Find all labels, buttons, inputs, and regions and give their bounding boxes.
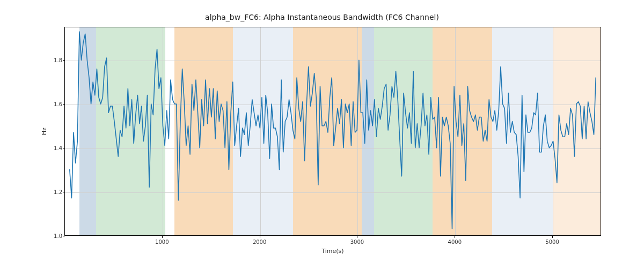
x-tick-label: 4000	[448, 239, 462, 245]
line-series	[65, 27, 601, 235]
y-tick-label: 1.4	[46, 145, 62, 151]
x-axis-label: Time(s)	[64, 248, 601, 255]
x-tick-label: 1000	[155, 239, 169, 245]
y-tick-label: 1.8	[46, 57, 62, 63]
x-tick-label: 3000	[350, 239, 364, 245]
x-tick-label: 5000	[545, 239, 559, 245]
x-tick-label: 2000	[253, 239, 266, 245]
y-tick-label: 1.2	[46, 189, 62, 195]
figure: alpha_bw_FC6: Alpha Instantaneous Bandwi…	[0, 0, 644, 268]
chart-title: alpha_bw_FC6: Alpha Instantaneous Bandwi…	[0, 13, 644, 21]
y-tick-label: 1.6	[46, 101, 62, 107]
series-line	[70, 32, 596, 229]
plot-area	[64, 27, 601, 236]
y-tick-label: 1.0	[46, 233, 62, 239]
